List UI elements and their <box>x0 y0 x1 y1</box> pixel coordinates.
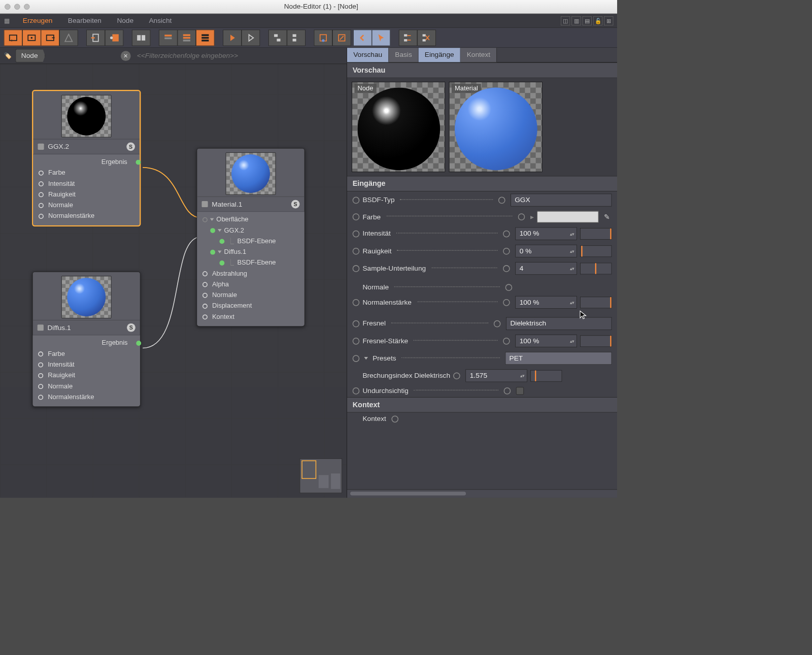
node-ggx2[interactable]: GGX.2 S Ergebnis Farbe Intensität Rauigk… <box>32 90 141 226</box>
brechungsindex-field[interactable]: 1.575▴▾ <box>465 369 527 382</box>
port-intensitat[interactable]: Intensität <box>33 359 140 370</box>
link-icon[interactable] <box>505 284 513 291</box>
solo-badge-icon[interactable]: S <box>291 200 300 209</box>
keyframe-icon[interactable] <box>353 230 360 237</box>
tab-basis[interactable]: Basis <box>389 48 419 62</box>
toolbar-add-node-3[interactable] <box>41 29 59 46</box>
keyframe-icon[interactable] <box>353 299 360 306</box>
port-alpha[interactable]: Alpha <box>197 279 304 289</box>
toolbar-list-3[interactable] <box>196 29 214 46</box>
link-icon[interactable] <box>518 213 525 220</box>
port-normale[interactable]: Normale <box>33 200 140 211</box>
menu-bearbeiten[interactable]: Bearbeiten <box>65 15 104 26</box>
keyframe-icon[interactable] <box>353 196 360 204</box>
port-intensitat[interactable]: Intensität <box>33 178 140 189</box>
toolbar-align-2[interactable] <box>287 29 305 46</box>
keyframe-icon[interactable] <box>353 265 360 272</box>
bsdf-typ-dropdown[interactable]: GGX <box>511 194 612 207</box>
menu-erzeugen[interactable]: Erzeugen <box>20 15 55 26</box>
link-icon[interactable] <box>498 196 505 204</box>
solo-badge-icon[interactable]: S <box>126 142 135 151</box>
menu-ansicht[interactable]: Ansicht <box>147 15 174 26</box>
preview-node[interactable]: Node <box>352 82 445 172</box>
normalenstarke-slider[interactable] <box>580 297 612 308</box>
clear-filter-icon[interactable]: ✕ <box>121 51 131 61</box>
port-normale[interactable]: Normale <box>33 381 140 391</box>
link-icon[interactable] <box>453 372 460 379</box>
link-icon[interactable] <box>503 265 510 272</box>
link-icon[interactable] <box>503 248 510 255</box>
node-graph-canvas[interactable]: 🏷️ Node ✕ GGX.2 S Ergebnis Farbe Intensi… <box>0 48 347 498</box>
close-window-icon[interactable] <box>5 4 10 10</box>
port-normalenstarke[interactable]: Normalenstärke <box>33 391 140 402</box>
lock-icon[interactable]: 🔓 <box>593 16 602 25</box>
toolbar-play[interactable] <box>223 29 241 46</box>
toolbar-detach[interactable] <box>132 29 150 46</box>
tree-oberflache[interactable]: Oberfläche <box>197 214 304 225</box>
toolbar-list-2[interactable] <box>178 29 196 46</box>
expand-icon[interactable] <box>364 357 368 359</box>
toolbar-import[interactable] <box>86 29 105 46</box>
layout-1-icon[interactable]: ◫ <box>561 16 570 25</box>
history-icon[interactable]: 🏷️ <box>3 50 13 61</box>
fresnel-dropdown[interactable]: Dielektrisch <box>506 317 612 330</box>
zoom-window-icon[interactable] <box>24 4 29 10</box>
keyframe-icon[interactable] <box>353 338 360 345</box>
minimize-window-icon[interactable] <box>14 4 20 10</box>
toolbar-align-1[interactable] <box>268 29 287 46</box>
eyedropper-icon[interactable]: ✎ <box>602 212 612 222</box>
port-rauigkeit[interactable]: Rauigkeit <box>33 189 140 200</box>
port-displacement[interactable]: Displacement <box>197 301 304 311</box>
keyframe-icon[interactable] <box>353 355 360 362</box>
node-material1[interactable]: Material.1 S Oberfläche GGX.2 ⎿BSDF-Eben… <box>197 148 305 326</box>
tree-ggx2[interactable]: GGX.2 <box>197 225 304 236</box>
toolbar-route-1[interactable] <box>399 29 417 46</box>
tree-diffus1[interactable]: Diffus.1 <box>197 247 304 257</box>
toolbar-triangle[interactable] <box>59 29 78 46</box>
minimap[interactable] <box>300 458 343 493</box>
toolbar-play-outline[interactable] <box>242 29 260 46</box>
port-output-ergebnis[interactable]: Ergebnis <box>33 157 140 168</box>
rauigkeit-slider[interactable] <box>580 245 612 257</box>
panel-scrollbar[interactable] <box>347 489 617 498</box>
toolbar-route-2[interactable] <box>417 29 435 46</box>
port-rauigkeit[interactable]: Rauigkeit <box>33 370 140 381</box>
keyframe-icon[interactable] <box>353 320 360 327</box>
sample-slider[interactable] <box>580 263 612 274</box>
brechungsindex-slider[interactable] <box>530 370 562 381</box>
sample-field[interactable]: 4▴▾ <box>515 262 577 275</box>
color-swatch[interactable] <box>537 211 599 223</box>
link-icon[interactable] <box>504 387 511 395</box>
app-grid-icon[interactable]: ▦ <box>4 17 10 24</box>
port-kontext[interactable]: Kontext <box>197 311 304 322</box>
link-icon[interactable] <box>503 299 510 306</box>
breadcrumb-node[interactable]: Node <box>15 49 45 63</box>
keyframe-icon[interactable] <box>353 387 360 395</box>
undurchsichtig-checkbox[interactable] <box>516 387 524 395</box>
tab-kontext[interactable]: Kontext <box>461 48 497 62</box>
filter-input[interactable] <box>133 49 344 62</box>
layout-2-icon[interactable]: ▥ <box>571 16 581 25</box>
add-panel-icon[interactable]: ⊞ <box>604 16 613 25</box>
toolbar-nav-back[interactable] <box>353 29 371 46</box>
port-farbe[interactable]: Farbe <box>33 168 140 178</box>
normalenstarke-field[interactable]: 100 %▴▾ <box>515 296 577 309</box>
toolbar-list-1[interactable] <box>159 29 177 46</box>
fresnel-starke-field[interactable]: 100 %▴▾ <box>515 335 577 347</box>
port-farbe[interactable]: Farbe <box>33 348 140 359</box>
keyframe-icon[interactable] <box>353 248 360 255</box>
tree-bsdf2[interactable]: ⎿BSDF-Ebene <box>197 257 304 268</box>
keyframe-icon[interactable] <box>353 213 360 220</box>
port-abstrahlung[interactable]: Abstrahlung <box>197 268 304 279</box>
port-normalenstarke[interactable]: Normalenstärke <box>33 211 140 221</box>
toolbar-pointer[interactable] <box>372 29 390 46</box>
rauigkeit-field[interactable]: 0 %▴▾ <box>515 245 577 257</box>
port-output-ergebnis[interactable]: Ergebnis <box>33 338 140 348</box>
intensitat-field[interactable]: 100 %▴▾ <box>515 227 577 240</box>
node-diffus1[interactable]: Diffus.1 S Ergebnis Farbe Intensität Rau… <box>32 272 141 407</box>
port-normale[interactable]: Normale <box>197 290 304 301</box>
link-icon[interactable] <box>494 320 501 327</box>
link-icon[interactable] <box>391 415 398 422</box>
tab-eingange[interactable]: Eingänge <box>419 48 461 62</box>
toolbar-add-node-1[interactable]: + <box>4 29 22 46</box>
